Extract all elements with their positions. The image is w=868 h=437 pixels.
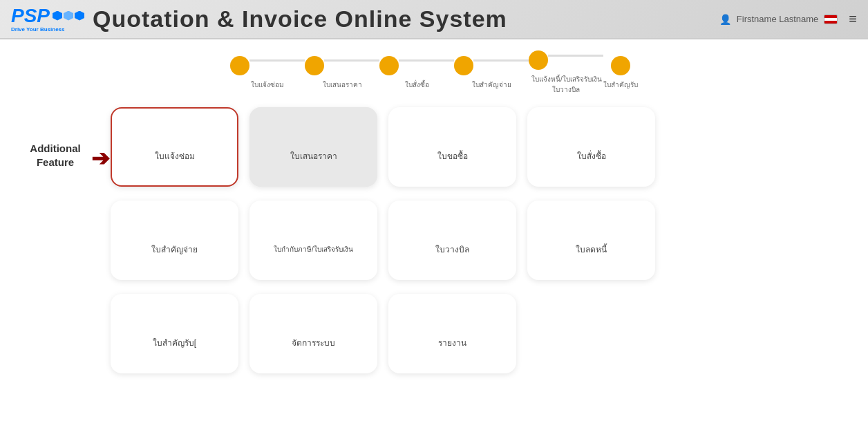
card-report-label: รายงาน xyxy=(438,336,466,349)
step-label-2: ใบเสนอราคา xyxy=(323,80,362,90)
hex-icon-3 xyxy=(75,11,84,21)
user-icon: 👤 xyxy=(719,14,731,25)
card-quotation-label: ใบเสนอราคา xyxy=(290,149,337,162)
step-label-5: ใบแจ้งหนี้/ใบเสริจรับเงินใบวางบิล xyxy=(531,74,601,95)
header-title: Quotation & Invoice Online System xyxy=(93,6,719,32)
card-quotation[interactable]: ใบเสนอราคา xyxy=(249,107,377,187)
flag-icon xyxy=(824,15,838,24)
card-billing[interactable]: ใบวางบิล xyxy=(388,201,516,280)
progress-area: ใบแจ้งซ่อม ใบเสนอราคา ใบสั่งซื้อ ใบสำคัญ… xyxy=(0,39,868,100)
card-receipt-payment-label: ใบสำคัญจ่าย xyxy=(151,243,198,256)
card-billing-label: ใบวางบิล xyxy=(435,243,469,256)
logo-psp: PSP xyxy=(11,6,84,26)
step-line-1 xyxy=(249,59,305,62)
step-5[interactable]: ใบแจ้งหนี้/ใบเสริจรับเงินใบวางบิล xyxy=(529,50,603,95)
step-line-5 xyxy=(548,55,603,57)
header-user: 👤 Firstname Lastname ≡ xyxy=(719,11,857,27)
step-circle-4 xyxy=(454,56,473,75)
card-purchase-order-label: ใบสั่งซื้อ xyxy=(577,149,606,162)
card-tax-invoice[interactable]: $ ใบกำกับภาษี/ใบเสริจรับเงิน xyxy=(249,201,377,280)
hex-icon-2 xyxy=(64,11,73,21)
card-repair[interactable]: ใบแจ้งซ่อม xyxy=(111,107,238,187)
card-purchase-order[interactable]: ใบสั่งซื้อ xyxy=(527,107,655,187)
additional-feature-label: Additional Feature xyxy=(21,142,90,169)
logo-hex xyxy=(53,11,84,21)
hex-icon-1 xyxy=(53,11,62,21)
header: PSP Drive Your Business Quotation & Invo… xyxy=(0,0,868,39)
step-label-3: ใบสั่งซื้อ xyxy=(405,80,429,90)
card-tax-invoice-label: ใบกำกับภาษี/ใบเสริจรับเงิน xyxy=(274,244,353,254)
card-debit-note[interactable]: ใบลดหนี้ xyxy=(527,201,655,280)
card-purchase-request-label: ใบขอซื้อ xyxy=(437,149,468,162)
logo-tagline: Drive Your Business xyxy=(11,26,65,32)
step-circle-3 xyxy=(379,56,399,75)
step-line-4 xyxy=(473,59,529,62)
main-content: Additional Feature ➔ xyxy=(0,100,868,437)
step-4[interactable]: ใบสำคัญจ่าย xyxy=(454,56,529,90)
card-purchase-request[interactable]: ใบขอซื้อ xyxy=(388,107,516,187)
step-2[interactable]: ใบเสนอราคา xyxy=(305,56,379,90)
feature-row: Additional Feature ➔ xyxy=(21,107,847,387)
progress-steps: ใบแจ้งซ่อม ใบเสนอราคา ใบสั่งซื้อ ใบสำคัญ… xyxy=(230,50,638,95)
step-label-4: ใบสำคัญจ่าย xyxy=(472,80,511,90)
card-settings[interactable]: จัดการระบบ xyxy=(249,294,377,373)
hamburger-menu[interactable]: ≡ xyxy=(849,11,857,27)
step-line-3 xyxy=(399,59,454,62)
card-receipt-payment[interactable]: ใบสำคัญจ่าย xyxy=(111,201,238,280)
cards-row-2: ใบสำคัญจ่าย $ xyxy=(111,201,655,280)
step-6[interactable]: ใบสำคัญรับ xyxy=(603,56,638,90)
card-settings-label: จัดการระบบ xyxy=(292,336,335,349)
arrow-right-icon: ➔ xyxy=(91,145,110,171)
card-repair-label: ใบแจ้งซ่อม xyxy=(155,149,195,162)
step-circle-1 xyxy=(230,56,249,75)
card-credit-note-label: ใบสำคัญรับ[ xyxy=(153,336,196,349)
card-debit-note-label: ใบลดหนี้ xyxy=(576,243,607,256)
step-1[interactable]: ใบแจ้งซ่อม xyxy=(230,56,305,90)
cards-section: ใบแจ้งซ่อม ใบเสนอราคา xyxy=(111,107,655,387)
card-credit-note[interactable]: ใบสำคัญรับ[ xyxy=(111,294,238,373)
step-3[interactable]: ใบสั่งซื้อ xyxy=(379,56,454,90)
step-label-6: ใบสำคัญรับ xyxy=(603,80,638,90)
user-name: Firstname Lastname xyxy=(737,14,819,24)
logo-area: PSP Drive Your Business xyxy=(11,6,84,32)
step-circle-6 xyxy=(611,56,630,75)
step-label-1: ใบแจ้งซ่อม xyxy=(251,80,284,90)
step-circle-5 xyxy=(529,50,548,70)
card-report[interactable]: รายงาน xyxy=(388,294,516,373)
step-circle-2 xyxy=(305,56,324,75)
cards-row-1: ใบแจ้งซ่อม ใบเสนอราคา xyxy=(111,107,655,187)
step-line-2 xyxy=(324,59,379,62)
cards-row-3: ใบสำคัญรับ[ จัดการระบบ xyxy=(111,294,655,373)
